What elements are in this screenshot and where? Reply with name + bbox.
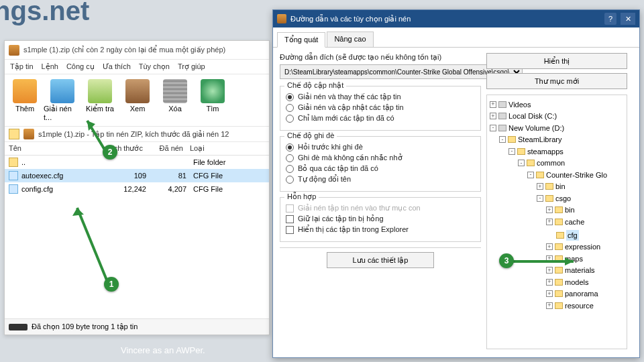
tree-node[interactable]: +panorama [488, 288, 625, 300]
up-folder-icon[interactable] [9, 129, 19, 139]
tree-label: expression [565, 241, 600, 252]
col-packed[interactable]: Đã nén [143, 144, 183, 153]
expand-icon[interactable]: + [490, 113, 496, 119]
tree-label: bin [555, 181, 566, 192]
tree-node[interactable]: +expression [488, 241, 625, 253]
tab-advanced[interactable]: Nâng cao [327, 32, 373, 47]
expand-icon[interactable]: - [537, 195, 543, 202]
opt-misc-subfolder[interactable]: Giải nén tập tin nén vào thư mục con [286, 204, 475, 213]
opt-over-noask[interactable]: Ghi đè mà không cần nhắc nhở [286, 154, 475, 162]
drive-icon [498, 113, 506, 119]
expand-icon[interactable]: - [508, 148, 515, 155]
opt-update-replace[interactable]: Giải nén và thay thế các tập tin [286, 93, 475, 101]
tree-label: csgo [555, 193, 571, 204]
tree-node[interactable]: +bin [488, 204, 625, 216]
status-icon [9, 324, 28, 330]
tree-node[interactable]: -steamapps [488, 145, 625, 157]
tree-node[interactable]: -New Volume (D:) [488, 121, 625, 133]
dialog-titlebar: Đường dẫn và các tùy chọn giải nén ? ✕ [273, 10, 639, 27]
menu-tools[interactable]: Công cụ [66, 62, 95, 71]
folder-icon [555, 302, 563, 309]
folder-icon [9, 158, 18, 167]
tree-node[interactable]: +resource [488, 299, 625, 311]
tree-node[interactable]: cfg [488, 227, 625, 241]
folder-icon [536, 172, 544, 178]
tree-node[interactable]: +models [488, 276, 625, 288]
expand-icon[interactable]: + [546, 219, 553, 225]
folder-tree[interactable]: +Videos+Local Disk (C:)-New Volume (D:)-… [486, 95, 627, 349]
tree-label: steamapps [527, 146, 564, 157]
tree-label: panorama [565, 288, 598, 299]
new-folder-button[interactable]: Thư mục mới [486, 73, 627, 89]
add-icon [13, 79, 37, 103]
tree-node[interactable]: -SteamLibrary [488, 133, 625, 145]
expand-icon[interactable]: + [546, 302, 553, 309]
menu-help[interactable]: Trợ giúp [178, 62, 205, 71]
menu-commands[interactable]: Lệnh [42, 62, 58, 71]
folder-icon [545, 195, 553, 202]
tool-extract[interactable]: Giải nén t... [44, 77, 81, 123]
expand-icon[interactable]: + [546, 290, 553, 297]
expand-icon[interactable]: + [490, 101, 496, 108]
badge-1: 1 [104, 277, 119, 292]
opt-update-fresh[interactable]: Chỉ làm mới các tập tin đã có [286, 114, 475, 123]
save-settings-button[interactable]: Lưu các thiết lập [327, 252, 434, 268]
path-input[interactable] [38, 130, 265, 138]
close-button[interactable]: ✕ [621, 13, 635, 25]
expand-icon[interactable]: - [518, 160, 525, 166]
opt-misc-explorer[interactable]: Hiển thị các tập tin trong Explorer [286, 225, 475, 234]
cell-name: .. [21, 158, 99, 166]
tree-node[interactable]: -common [488, 157, 625, 169]
folder-icon [555, 267, 563, 274]
opt-over-ask[interactable]: Hỏi trước khi ghi đè [286, 143, 475, 152]
expand-icon[interactable]: + [546, 279, 553, 286]
expand-icon[interactable]: + [546, 243, 553, 250]
opt-over-rename[interactable]: Tự động đổi tên [286, 175, 475, 184]
folder-icon [545, 183, 553, 190]
file-row-parent[interactable]: .. File folder [5, 156, 269, 169]
tree-node[interactable]: +bin [488, 180, 625, 192]
file-row-autoexec[interactable]: autoexec.cfg 109 81 CFG File [5, 169, 269, 182]
help-button[interactable]: ? [604, 13, 616, 25]
dest-label: Đường dẫn đích (sẽ được tạo nếu không tồ… [280, 53, 481, 62]
tool-delete[interactable]: Xóa [156, 77, 194, 123]
expand-icon[interactable]: - [527, 172, 534, 178]
expand-icon[interactable]: - [499, 136, 506, 143]
cell-type: File folder [186, 158, 265, 166]
menu-favorites[interactable]: Ưa thích [103, 62, 131, 71]
expand-icon[interactable]: + [546, 267, 553, 274]
winrar-window: s1mple (1).zip (chỉ còn 2 ngày còn lại đ… [4, 40, 270, 335]
opt-label: Giải nén và cập nhật các tập tin [298, 103, 404, 112]
winrar-titlebar: s1mple (1).zip (chỉ còn 2 ngày còn lại đ… [5, 41, 269, 60]
tool-add-label: Thêm [15, 105, 34, 113]
tree-node[interactable]: +Local Disk (C:) [488, 110, 625, 122]
tool-add[interactable]: Thêm [6, 77, 44, 123]
opt-label: Bỏ qua các tập tin đã có [298, 164, 378, 173]
tree-label: Counter-Strike Glo [546, 170, 607, 180]
expand-icon[interactable]: + [546, 255, 553, 262]
opt-update-update[interactable]: Giải nén và cập nhật các tập tin [286, 103, 475, 112]
tab-general[interactable]: Tổng quát [277, 32, 325, 48]
winrar-pathbar [5, 127, 269, 142]
tool-view[interactable]: Xem [119, 77, 156, 123]
tree-node[interactable]: -Counter-Strike Glo [488, 168, 625, 180]
expand-icon[interactable]: + [546, 206, 553, 213]
opt-misc-broken[interactable]: Giữ lại các tập tin bị hỏng [286, 215, 475, 223]
expand-icon[interactable]: - [490, 125, 496, 131]
menu-options[interactable]: Tùy chọn [139, 62, 170, 71]
tree-node[interactable]: +Videos [488, 98, 625, 110]
menu-file[interactable]: Tập tin [10, 62, 34, 71]
file-row-config[interactable]: config.cfg 12,242 4,207 CFG File [5, 182, 269, 196]
tree-node[interactable]: -csgo [488, 192, 625, 204]
col-name[interactable]: Tên [9, 144, 96, 153]
tool-find[interactable]: Tìm [194, 77, 231, 123]
show-button[interactable]: Hiển thị [486, 53, 627, 69]
opt-label: Ghi đè mà không cần nhắc nhở [298, 154, 402, 162]
cell-size: 109 [99, 172, 146, 180]
tree-node[interactable]: +cache [488, 215, 625, 227]
opt-over-skip[interactable]: Bỏ qua các tập tin đã có [286, 164, 475, 173]
expand-icon[interactable]: + [537, 183, 543, 190]
tool-test[interactable]: Kiểm tra [81, 77, 119, 123]
winrar-toolbar: Thêm Giải nén t... Kiểm tra Xem Xóa Tìm [5, 74, 269, 127]
col-type[interactable]: Loại [183, 144, 265, 153]
